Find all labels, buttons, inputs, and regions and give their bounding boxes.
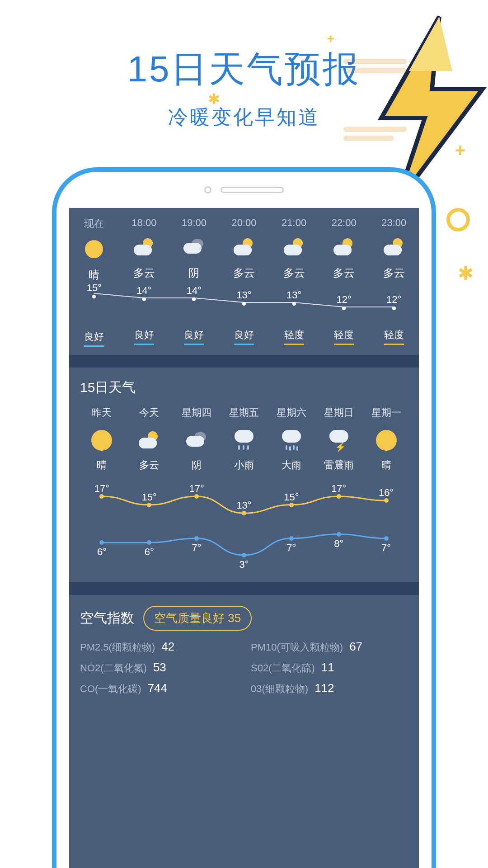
hour-col[interactable]: 21:00多云13°轻度	[269, 217, 319, 347]
day-high-temp: 13°	[236, 500, 251, 511]
cloud-sun-icon	[333, 238, 354, 256]
day-icon-wrap	[374, 428, 399, 453]
low-temp-dot-icon	[384, 536, 389, 541]
air-item-value: 67	[349, 640, 362, 654]
air-quality-item: CO(一氧化碳)744	[80, 681, 237, 696]
hour-col[interactable]: 23:00多云12°轻度	[369, 217, 419, 347]
hour-condition: 多云	[283, 266, 305, 280]
hour-temp-wrap: 14°	[169, 288, 219, 320]
day-high-temp: 17°	[94, 483, 109, 495]
hour-condition: 多云	[333, 266, 355, 280]
hour-col[interactable]: 19:00阴14°良好	[169, 217, 219, 347]
hour-time: 18:00	[131, 217, 156, 229]
day-condition: 雷震雨	[324, 458, 354, 472]
day-col[interactable]: 星期六大雨	[267, 406, 315, 472]
low-temp-dot-icon	[242, 553, 246, 557]
hour-temp-wrap: 12°	[319, 288, 369, 320]
section-separator	[69, 582, 419, 595]
hour-col[interactable]: 18:00多云14°良好	[119, 217, 169, 347]
hour-col[interactable]: 22:00多云12°轻度	[319, 217, 369, 347]
chart-col: 17°7°	[173, 483, 221, 573]
overcast-icon	[186, 431, 207, 449]
day-icon-wrap	[326, 428, 352, 453]
day-high-temp: 15°	[142, 491, 157, 503]
daily-forecast[interactable]: 15日天气 昨天晴今天多云星期四阴星期五小雨星期六大雨星期日雷震雨星期一晴 17…	[69, 368, 419, 582]
chart-col: 16°7°	[362, 483, 410, 573]
day-high-temp: 17°	[189, 483, 204, 495]
day-label: 星期六	[277, 406, 306, 422]
ring-icon	[446, 208, 470, 231]
hour-icon-wrap	[134, 237, 155, 258]
chart-col: 13°3°	[221, 483, 268, 573]
app-screen[interactable]: 现在晴15°良好18:00多云14°良好19:00阴14°良好20:00多云13…	[69, 208, 419, 868]
cloud-sun-icon	[384, 238, 404, 256]
hour-icon-wrap	[384, 237, 404, 258]
air-item-label: NO2(二氧化氮)	[80, 661, 147, 675]
hour-icon-wrap	[84, 239, 104, 259]
plus-icon: +	[455, 140, 465, 160]
hourly-forecast[interactable]: 现在晴15°良好18:00多云14°良好19:00阴14°良好20:00多云13…	[69, 208, 419, 355]
hour-aqi[interactable]: 良好	[134, 328, 154, 345]
hour-time: 23:00	[381, 217, 406, 229]
air-quality-badge[interactable]: 空气质量良好 35	[143, 606, 252, 631]
hour-condition: 多云	[133, 266, 155, 280]
high-temp-dot-icon	[147, 503, 151, 507]
hour-col[interactable]: 20:00多云13°良好	[219, 217, 269, 347]
hour-aqi[interactable]: 轻度	[384, 328, 404, 345]
air-quality-item: 03(细颗粒物)112	[251, 681, 408, 696]
cloud-sun-icon	[139, 431, 160, 449]
air-item-label: 03(细颗粒物)	[251, 682, 308, 696]
phone-notch	[56, 172, 432, 208]
phone-mockup: 现在晴15°良好18:00多云14°良好19:00阴14°良好20:00多云13…	[52, 167, 436, 868]
hour-col[interactable]: 现在晴15°良好	[69, 217, 119, 347]
hour-temp-dot	[142, 297, 146, 301]
hour-temp: 13°	[286, 289, 301, 301]
hour-temp-wrap: 13°	[219, 288, 269, 320]
day-label: 星期日	[324, 406, 354, 422]
hour-time: 20:00	[231, 217, 256, 229]
hour-temp-dot	[292, 302, 296, 306]
day-icon-wrap	[89, 428, 114, 453]
high-temp-dot-icon	[289, 503, 294, 507]
air-quality-title: 空气指数	[80, 609, 134, 627]
hour-aqi[interactable]: 轻度	[334, 328, 354, 345]
air-item-value: 53	[153, 660, 166, 675]
hour-temp-dot	[92, 295, 96, 298]
air-item-value: 42	[161, 640, 174, 654]
hour-temp-wrap: 12°	[369, 288, 419, 320]
hour-temp-dot	[242, 302, 246, 306]
air-quality-section[interactable]: 空气指数 空气质量良好 35 PM2.5(细颗粒物)42PM10(可吸入颗粒物)…	[69, 595, 419, 705]
hour-icon-wrap	[333, 237, 354, 258]
air-item-label: PM10(可吸入颗粒物)	[251, 641, 343, 654]
hour-icon-wrap	[284, 237, 305, 258]
day-high-temp: 17°	[331, 483, 346, 495]
day-col[interactable]: 昨天晴	[78, 406, 126, 472]
hour-aqi[interactable]: 良好	[184, 328, 204, 345]
cloud-sun-icon	[284, 238, 305, 256]
hour-aqi[interactable]: 良好	[234, 328, 254, 345]
hour-temp-dot	[342, 307, 346, 310]
hour-aqi[interactable]: 轻度	[284, 328, 304, 345]
high-temp-dot-icon	[99, 494, 104, 499]
day-col[interactable]: 星期四阴	[173, 406, 221, 472]
day-col[interactable]: 星期一晴	[362, 406, 410, 472]
sun-icon	[85, 240, 103, 258]
high-temp-dot-icon	[337, 494, 341, 499]
daily-title: 15日天气	[78, 378, 410, 397]
day-low-temp: 6°	[145, 546, 154, 558]
hour-icon-wrap	[234, 237, 254, 258]
high-temp-dot-icon	[194, 494, 199, 499]
hour-aqi[interactable]: 良好	[84, 330, 104, 347]
day-condition: 小雨	[234, 458, 254, 472]
day-col[interactable]: 星期五小雨	[221, 406, 268, 472]
day-col[interactable]: 今天多云	[126, 406, 173, 472]
day-col[interactable]: 星期日雷震雨	[315, 406, 362, 472]
day-condition: 多云	[139, 458, 159, 472]
day-label: 昨天	[92, 406, 112, 422]
high-temp-dot-icon	[242, 511, 246, 515]
day-condition: 大雨	[282, 458, 301, 472]
daily-row: 昨天晴今天多云星期四阴星期五小雨星期六大雨星期日雷震雨星期一晴	[78, 406, 410, 472]
cloud-sun-icon	[234, 238, 254, 256]
air-quality-item: PM2.5(细颗粒物)42	[80, 640, 237, 654]
day-low-temp: 7°	[381, 542, 391, 554]
